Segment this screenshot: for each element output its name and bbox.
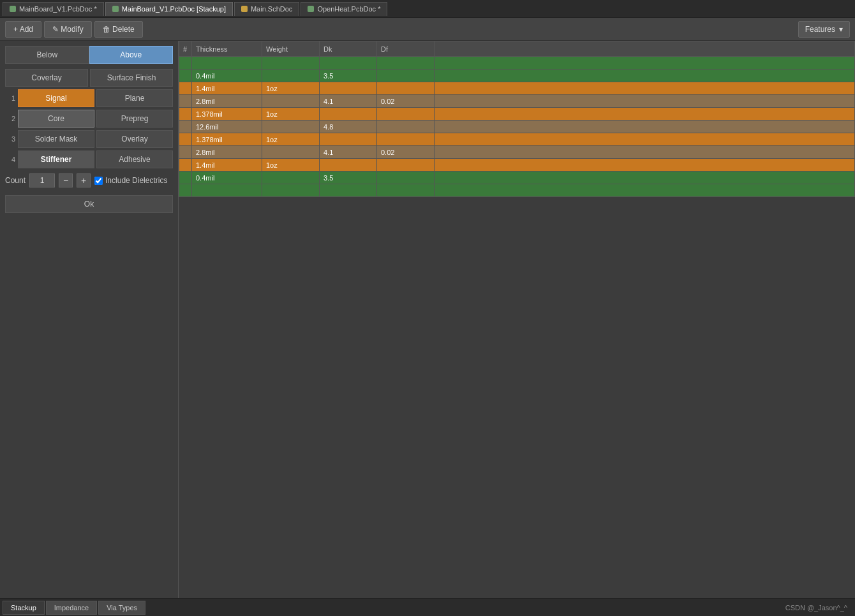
col-header-num: # xyxy=(179,41,192,57)
cell-weight: 1oz xyxy=(262,133,320,146)
cell-rest xyxy=(435,172,855,184)
tab-label: MainBoard_V1.PcbDoc * xyxy=(19,5,97,13)
main-content: Below Above Coverlay Surface Finish 1 Si… xyxy=(0,41,855,598)
surface-finish-btn[interactable]: Surface Finish xyxy=(90,69,173,87)
table-row[interactable]: 1.4mil1oz xyxy=(179,82,855,95)
cell-thickness: 2.8mil xyxy=(192,146,262,159)
signal-btn-1[interactable]: Signal xyxy=(18,89,94,107)
add-button[interactable]: + Add xyxy=(5,21,41,38)
cell-rest xyxy=(435,121,855,133)
core-btn-2[interactable]: Core xyxy=(18,110,94,128)
tab-mainboard-stackup[interactable]: MainBoard_V1.PcbDoc [Stackup] xyxy=(105,2,233,16)
tab-label: OpenHeat.PcbDoc * xyxy=(317,5,380,13)
row-4-layers: Stiffener Adhesive xyxy=(18,150,173,168)
pcb-icon xyxy=(10,6,16,12)
modify-button[interactable]: ✎ Modify xyxy=(44,21,92,38)
cell-rest xyxy=(435,146,855,159)
table-row[interactable]: 2.8mil4.10.02 xyxy=(179,146,855,159)
count-row: Count − + Include Dielectrics xyxy=(5,173,173,187)
cell-thickness: 2.8mil xyxy=(192,95,262,108)
delete-label: 🗑 Delete xyxy=(103,25,135,34)
col-header-df: Df xyxy=(377,41,435,57)
tab-label: Main.SchDoc xyxy=(251,5,292,13)
surface-finish-label: Surface Finish xyxy=(107,73,156,82)
cell-weight: 1oz xyxy=(262,108,320,121)
above-toggle-btn[interactable]: Above xyxy=(89,46,174,64)
cell-dk xyxy=(320,184,377,197)
cell-thickness: 1.378mil xyxy=(192,133,262,146)
ok-button[interactable]: Ok xyxy=(5,195,173,213)
features-arrow: ▾ xyxy=(839,25,843,34)
overlay-btn[interactable]: Overlay xyxy=(96,130,173,148)
row-1-layers: Signal Plane xyxy=(18,89,173,107)
impedance-tab-label: Impedance xyxy=(54,604,89,612)
table-row[interactable]: 0.4mil3.5 xyxy=(179,70,855,82)
bottom-tab-stackup[interactable]: Stackup xyxy=(3,601,45,615)
cell-num xyxy=(179,184,192,197)
row-number-4: 4 xyxy=(5,156,15,163)
cell-thickness xyxy=(192,57,262,70)
table-row[interactable]: 1.378mil1oz xyxy=(179,108,855,121)
cell-weight: 1oz xyxy=(262,159,320,172)
count-input[interactable] xyxy=(29,173,55,187)
toolbar: + Add ✎ Modify 🗑 Delete Features ▾ xyxy=(0,18,855,41)
stackup-tab-label: Stackup xyxy=(11,604,36,612)
cell-df xyxy=(377,108,435,121)
include-dielectrics-checkbox[interactable] xyxy=(94,177,103,185)
tab-main-sch[interactable]: Main.SchDoc xyxy=(234,2,299,16)
table-row[interactable] xyxy=(179,57,855,70)
cell-df xyxy=(377,121,435,133)
cell-rest xyxy=(435,82,855,95)
features-button[interactable]: Features ▾ xyxy=(798,21,850,38)
tab-mainboard-pcb[interactable]: MainBoard_V1.PcbDoc * xyxy=(3,2,104,16)
col-header-dk: Dk xyxy=(320,41,377,57)
cell-weight xyxy=(262,146,320,159)
bottom-tab-via-types[interactable]: Via Types xyxy=(98,601,145,615)
cell-dk xyxy=(320,133,377,146)
cell-dk xyxy=(320,82,377,95)
row-3: 3 Solder Mask Overlay xyxy=(5,130,173,148)
cell-dk: 3.5 xyxy=(320,172,377,184)
include-dielectrics-text: Include Dielectrics xyxy=(105,176,167,185)
table-row[interactable]: 1.378mil1oz xyxy=(179,133,855,146)
row-2: 2 Core Prepreg xyxy=(5,110,173,128)
bottom-tabs: Stackup Impedance Via Types CSDN @_Jason… xyxy=(0,598,855,616)
stiffener-btn[interactable]: Stiffener xyxy=(18,150,94,168)
cell-thickness xyxy=(192,184,262,197)
bottom-tab-impedance[interactable]: Impedance xyxy=(46,601,97,615)
table-row[interactable]: 1.4mil1oz xyxy=(179,159,855,172)
col-header-thickness: Thickness xyxy=(192,41,262,57)
cell-num xyxy=(179,146,192,159)
plane-btn-1[interactable]: Plane xyxy=(96,89,173,107)
table-row[interactable]: 0.4mil3.5 xyxy=(179,172,855,184)
sch-icon xyxy=(241,6,248,12)
plus-icon: + xyxy=(81,175,86,186)
solder-mask-btn[interactable]: Solder Mask xyxy=(18,130,94,148)
prepreg-btn-2[interactable]: Prepreg xyxy=(96,110,173,128)
cell-rest xyxy=(435,70,855,82)
cell-df xyxy=(377,133,435,146)
count-plus-btn[interactable]: + xyxy=(77,173,91,187)
prepreg-label: Prepreg xyxy=(121,114,149,123)
table-row[interactable]: 12.6mil4.8 xyxy=(179,121,855,133)
adhesive-btn[interactable]: Adhesive xyxy=(96,150,173,168)
delete-button[interactable]: 🗑 Delete xyxy=(94,21,143,38)
table-scroll[interactable]: # Thickness Weight Dk Df 0.4mil3.51.4mil… xyxy=(179,41,855,598)
coverlay-btn[interactable]: Coverlay xyxy=(5,69,88,87)
table-row[interactable] xyxy=(179,184,855,197)
features-label: Features xyxy=(805,25,835,34)
include-dielectrics-label[interactable]: Include Dielectrics xyxy=(94,176,167,185)
cell-df xyxy=(377,159,435,172)
table-row[interactable]: 2.8mil4.10.02 xyxy=(179,95,855,108)
cell-dk: 4.1 xyxy=(320,146,377,159)
cell-rest xyxy=(435,184,855,197)
below-toggle-btn[interactable]: Below xyxy=(5,46,89,64)
cell-thickness: 1.4mil xyxy=(192,159,262,172)
solder-mask-label: Solder Mask xyxy=(35,135,78,143)
row-3-layers: Solder Mask Overlay xyxy=(18,130,173,148)
tab-openheat-pcb[interactable]: OpenHeat.PcbDoc * xyxy=(301,2,387,16)
coverlay-label: Coverlay xyxy=(31,73,61,82)
cell-dk: 4.1 xyxy=(320,95,377,108)
signal-label: Signal xyxy=(45,94,66,103)
count-minus-btn[interactable]: − xyxy=(59,173,73,187)
